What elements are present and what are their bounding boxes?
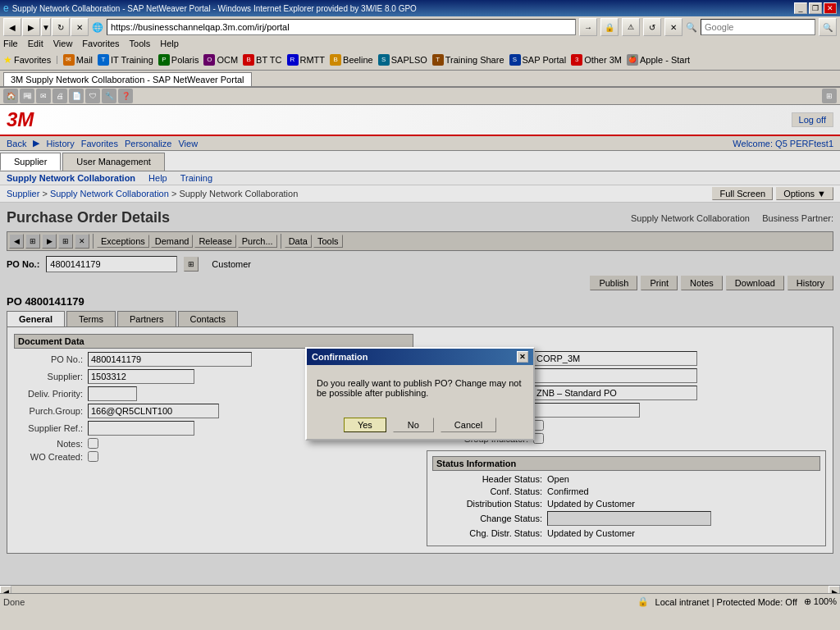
nav-favorites[interactable]: Favorites <box>81 139 118 148</box>
fav-beeline-label: Beeline <box>343 55 373 65</box>
mail-icon: ✉ <box>63 54 75 66</box>
search-go-button[interactable]: 🔍 <box>819 18 837 36</box>
fav-favorites[interactable]: ★ Favorites <box>3 54 51 66</box>
fav-separator-1: | <box>56 55 58 64</box>
tools-icon[interactable]: 🔧 <box>102 89 116 103</box>
fav-rmtt[interactable]: R RMTT <box>287 54 326 66</box>
beeline-icon: B <box>330 54 341 66</box>
full-screen-button[interactable]: Full Screen <box>712 187 773 200</box>
nav-personalize[interactable]: Personalize <box>125 139 171 148</box>
logoff-button[interactable]: Log off <box>792 112 833 127</box>
menu-edit[interactable]: Edit <box>28 39 43 48</box>
ocm-icon: O <box>203 54 215 66</box>
go-button[interactable]: → <box>579 18 597 36</box>
browser-tab-main[interactable]: 3M Supply Network Collaboration - SAP Ne… <box>3 72 252 86</box>
sap-tabs: Supplier User Management <box>0 151 840 171</box>
browser-tab-label: 3M Supply Network Collaboration - SAP Ne… <box>11 75 244 84</box>
subnav-snc[interactable]: Supply Network Collaboration <box>7 173 135 183</box>
fav-bttc-label: BT TC <box>256 55 281 65</box>
fav-polaris[interactable]: P Polaris <box>158 54 199 66</box>
help-icon[interactable]: ❓ <box>118 89 133 103</box>
nav-history[interactable]: History <box>46 139 74 148</box>
reload-button[interactable]: ↺ <box>643 18 661 36</box>
menu-file[interactable]: File <box>3 39 18 48</box>
forward-button[interactable]: ▶ <box>22 18 40 36</box>
dialog-yes-button[interactable]: Yes <box>344 418 386 432</box>
dialog-body: Do you really want to publish PO? Change… <box>307 365 533 411</box>
title-bar-controls: _ ❐ ✕ <box>794 2 837 14</box>
menu-help[interactable]: Help <box>160 39 179 48</box>
h-scroll-track[interactable] <box>11 586 829 594</box>
fav-sap-portal-label: SAP Portal <box>523 55 567 65</box>
resize-icon[interactable]: ⊞ <box>822 89 837 103</box>
h-scroll: ◀ ▶ <box>0 585 840 593</box>
feed-icon[interactable]: 📰 <box>20 89 34 103</box>
status-bar: Done 🔒 Local intranet | Protected Mode: … <box>0 593 840 609</box>
fav-training-share[interactable]: T Training Share <box>432 54 504 66</box>
refresh-button[interactable]: ↻ <box>52 18 70 36</box>
fav-apple[interactable]: 🍎 Apple - Start <box>627 54 690 66</box>
fav-rmtt-label: RMTT <box>300 55 326 65</box>
dropdown-button[interactable]: ▼ <box>41 18 51 36</box>
fav-it-training[interactable]: T IT Training <box>98 54 153 66</box>
mail2-icon[interactable]: ✉ <box>36 89 51 103</box>
nav-view[interactable]: View <box>178 139 198 148</box>
home-icon[interactable]: 🏠 <box>3 89 18 103</box>
scroll-left-button[interactable]: ◀ <box>0 586 11 593</box>
breadcrumb-supplier[interactable]: Supplier <box>7 189 39 199</box>
menu-view[interactable]: View <box>53 39 73 48</box>
address-label: 🌐 <box>92 22 103 33</box>
star-icon: ★ <box>3 54 12 66</box>
nav-back[interactable]: Back <box>7 139 26 148</box>
back-button[interactable]: ◀ <box>3 18 21 36</box>
dialog-close-button[interactable]: ✕ <box>517 351 528 363</box>
protected-mode: Local intranet | Protected Mode: Off <box>655 597 797 607</box>
minimize-button[interactable]: _ <box>794 2 807 14</box>
fav-ocm[interactable]: O OCM <box>203 54 238 66</box>
fav-ocm-label: OCM <box>217 55 238 65</box>
subnav-help[interactable]: Help <box>148 173 167 183</box>
print-icon[interactable]: 🖨 <box>52 89 67 103</box>
breadcrumb-current: Supply Network Collaboration <box>179 189 298 199</box>
browser-menu: File Edit View Favorites Tools Help <box>0 38 840 49</box>
fav-mail[interactable]: ✉ Mail <box>63 54 93 66</box>
safety-icon[interactable]: 🛡 <box>85 89 100 103</box>
menu-tools[interactable]: Tools <box>130 39 151 48</box>
rmtt-icon: R <box>287 54 299 66</box>
close-button[interactable]: ✕ <box>824 2 837 14</box>
favorites-bar: ★ Favorites | ✉ Mail T IT Training P Pol… <box>0 49 840 71</box>
breadcrumb-snc[interactable]: Supply Network Collaboration <box>50 189 169 199</box>
fav-beeline[interactable]: B Beeline <box>330 54 373 66</box>
sub-nav: Supply Network Collaboration Help Traini… <box>0 171 840 185</box>
fav-other-3m-label: Other 3M <box>584 55 622 65</box>
restore-button[interactable]: ❐ <box>809 2 822 14</box>
status-right: 🔒 Local intranet | Protected Mode: Off ⊕… <box>637 596 837 607</box>
dialog-no-button[interactable]: No <box>393 418 434 432</box>
lock-icon: 🔒 <box>600 18 619 36</box>
tab-user-management[interactable]: User Management <box>62 153 165 171</box>
fav-other-3m[interactable]: 3 Other 3M <box>571 54 622 66</box>
main-content: Purchase Order Details Supply Network Co… <box>0 203 840 585</box>
view-buttons: Full Screen Options ▼ <box>712 187 833 200</box>
menu-favorites[interactable]: Favorites <box>82 39 119 48</box>
dialog-cancel-button[interactable]: Cancel <box>441 418 496 432</box>
sap-header: 3M Log off <box>0 105 840 136</box>
fav-apple-label: Apple - Start <box>640 55 690 65</box>
breadcrumb: Supplier > Supply Network Collaboration … <box>7 189 298 199</box>
stop2-button[interactable]: ✕ <box>664 18 682 36</box>
fav-sap-portal[interactable]: S SAP Portal <box>509 54 567 66</box>
nav-forward[interactable]: ▶ <box>33 138 39 148</box>
stop-button[interactable]: ✕ <box>71 18 89 36</box>
page-icon[interactable]: 📄 <box>69 89 84 103</box>
search-input[interactable] <box>701 19 815 35</box>
subnav-training[interactable]: Training <box>180 173 212 183</box>
fav-saplso[interactable]: S SAPLSO <box>378 54 427 66</box>
tab-supplier[interactable]: Supplier <box>0 153 61 171</box>
cert-button[interactable]: ⚠ <box>622 18 640 36</box>
sap-portal-icon: S <box>509 54 521 66</box>
fav-bttc[interactable]: B BT TC <box>243 54 281 66</box>
apple-icon: 🍎 <box>627 54 638 66</box>
scroll-right-button[interactable]: ▶ <box>829 586 840 593</box>
url-input[interactable] <box>107 19 576 35</box>
options-button[interactable]: Options ▼ <box>776 187 833 200</box>
